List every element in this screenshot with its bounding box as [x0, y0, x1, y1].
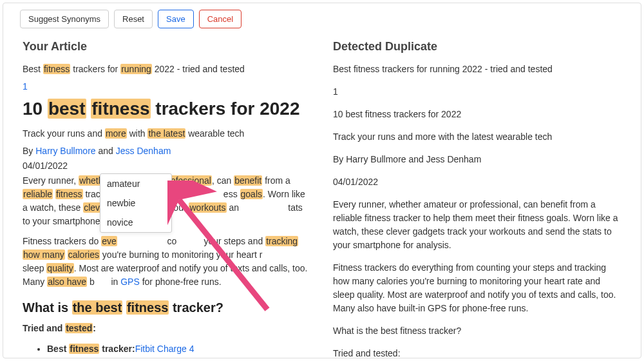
product-link[interactable]: Polar Ignite — [161, 358, 207, 358]
dup-meta: Best fitness trackers for running 2022 -… — [333, 63, 621, 76]
highlight[interactable]: fitness — [95, 358, 126, 358]
dup-subheading: What is the best fitness tracker? — [333, 324, 621, 338]
synonym-dropdown[interactable]: amateur newbie novice — [100, 173, 172, 233]
synonym-option[interactable]: amateur — [100, 174, 171, 193]
your-article-heading: Your Article — [23, 40, 311, 54]
dup-p1: Every runner, whether amateur or profess… — [333, 198, 621, 252]
highlight[interactable]: fitness — [91, 99, 150, 119]
list-item: Runner-up fitness tracker:Polar Ignite — [47, 356, 311, 358]
save-button[interactable]: Save — [158, 10, 194, 28]
tracker-list: Best fitness tracker:Fitbit Charge 4 Run… — [23, 342, 311, 358]
num-link[interactable]: 1 — [23, 81, 28, 92]
paragraph-2: Fitness trackers do everything from coun… — [23, 235, 311, 289]
highlight[interactable]: tested — [65, 323, 93, 333]
synonym-option[interactable]: newbie — [100, 193, 171, 213]
highlight[interactable]: benefit — [234, 175, 262, 186]
gps-link[interactable]: GPS — [120, 277, 140, 287]
highlight[interactable]: eve — [101, 236, 117, 246]
highlight[interactable]: quality — [46, 263, 73, 273]
highlight[interactable]: calories — [68, 249, 100, 260]
detected-duplicate-heading: Detected Duplicate — [333, 40, 621, 54]
author-link[interactable]: Jess Denham — [116, 146, 171, 156]
list-item: Best fitness tracker:Fitbit Charge 4 — [47, 342, 311, 356]
cancel-button[interactable]: Cancel — [199, 10, 242, 28]
date: 04/01/2022 — [23, 159, 311, 173]
highlight[interactable]: more — [105, 128, 127, 139]
dup-tagline: Track your runs and more with the latest… — [333, 130, 621, 144]
author-link[interactable]: Harry Bullmore — [35, 146, 95, 156]
highlight[interactable]: fitness — [126, 300, 169, 315]
highlight[interactable]: goals — [240, 189, 263, 199]
product-link[interactable]: Fitbit Charge 4 — [135, 344, 194, 354]
highlight[interactable]: the best — [72, 300, 123, 315]
article-meta: Best fitness trackers for running 2022 -… — [23, 63, 311, 76]
tagline: Track your runs and more with the latest… — [23, 127, 311, 141]
highlight[interactable]: best — [48, 99, 86, 119]
dup-tried: Tried and tested: — [333, 347, 621, 358]
suggest-synonyms-button[interactable]: Suggest Synonyms — [20, 10, 109, 28]
highlight[interactable]: running — [120, 64, 152, 74]
highlight[interactable]: fitness — [43, 64, 70, 74]
highlight[interactable]: how many — [23, 249, 65, 260]
highlight[interactable]: the latest — [147, 128, 185, 139]
reset-button[interactable]: Reset — [114, 10, 153, 28]
highlight[interactable]: fitness — [69, 344, 99, 354]
dup-byline: By Harry Bullmore and Jess Denham — [333, 153, 621, 166]
tried-tested: Tried and tested: — [23, 322, 311, 335]
highlight[interactable]: reliable — [23, 189, 53, 199]
article-title: 10 best fitness trackers for 2022 — [23, 99, 311, 119]
dup-date: 04/01/2022 — [333, 175, 621, 189]
byline: By Harry Bullmore and Jess Denham — [23, 144, 311, 158]
highlight[interactable]: workouts — [189, 202, 226, 213]
toolbar: Suggest Synonyms Reset Save Cancel — [3, 3, 641, 40]
dup-title: 10 best fitness trackers for 2022 — [333, 108, 621, 121]
subheading: What is the best fitness tracker? — [23, 300, 311, 315]
highlight[interactable]: fitness — [55, 189, 82, 199]
synonym-option[interactable]: novice — [100, 213, 171, 232]
detected-duplicate-column: Detected Duplicate Best fitness trackers… — [333, 40, 621, 358]
dup-num: 1 — [333, 85, 621, 99]
highlight[interactable]: also have — [47, 277, 87, 287]
highlight[interactable]: tracking — [265, 236, 298, 246]
dup-p2: Fitness trackers do everything from coun… — [333, 261, 621, 315]
